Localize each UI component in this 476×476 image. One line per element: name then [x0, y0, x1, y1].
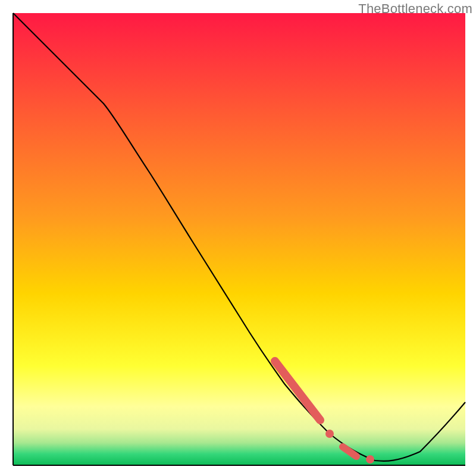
highlight-dot-b: [366, 455, 374, 464]
chart-container: TheBottleneck.com: [0, 0, 476, 476]
bottleneck-chart: [0, 0, 476, 476]
watermark-text: TheBottleneck.com: [358, 1, 472, 17]
highlight-dot-a: [325, 430, 334, 438]
